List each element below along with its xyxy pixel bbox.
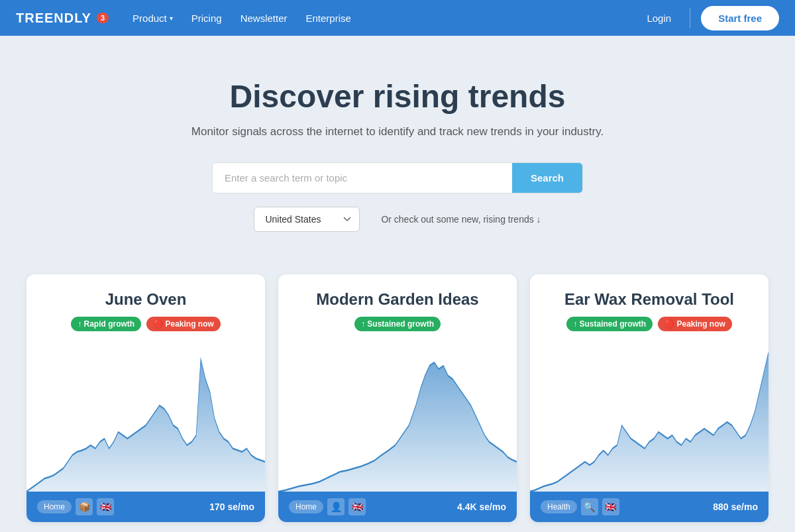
footer-icon: 🇬🇧 [97,498,114,515]
footer-stat: 170 se/mo [209,502,254,512]
cards-section: June Oven ↑ Rapid growth🔴 Peaking now Ho… [0,264,795,532]
footer-tags: Home 📦🇬🇧 [37,498,114,515]
navbar: TREENDLY 3 Product ▾ Pricing Newsletter … [0,0,795,36]
footer-category-tag: Home [289,500,323,513]
card-footer: Health 🔍🇬🇧 880 se/mo [530,492,768,522]
footer-category-tag: Health [541,500,577,513]
footer-icon: 🇬🇧 [602,498,619,515]
login-button[interactable]: Login [639,9,679,28]
footer-category-tag: Home [37,500,72,513]
trend-card[interactable]: Ear Wax Removal Tool ↑ Sustained growth🔴… [530,274,768,522]
card-badges: ↑ Sustained growth🔴 Peaking now [543,317,755,331]
card-chart [26,339,265,492]
search-input[interactable] [213,163,512,193]
search-box: Search [212,162,583,193]
card-chart [278,339,517,492]
card-title: Ear Wax Removal Tool [543,290,755,309]
card-badges: ↑ Sustained growth [292,317,504,331]
rising-trends-link: Or check out some new, rising trends ↓ [381,214,541,225]
footer-tags: Health 🔍🇬🇧 [541,498,619,515]
card-header: June Oven ↑ Rapid growth🔴 Peaking now [26,274,265,339]
logo-badge: 3 [97,13,109,23]
search-row: Search [16,162,779,193]
footer-icon: 🇬🇧 [348,498,366,515]
trend-card[interactable]: Modern Garden Ideas ↑ Sustained growth H… [278,274,517,522]
svg-marker-2 [530,352,768,492]
card-title: Modern Garden Ideas [292,290,504,309]
footer-icon: 🔍 [581,498,598,515]
nav-product[interactable]: Product ▾ [125,9,181,28]
navbar-right: Login Start free [639,6,779,30]
footer-icon: 👤 [327,498,344,515]
search-button[interactable]: Search [512,163,582,193]
logo: TREENDLY [16,11,91,26]
chevron-down-icon: ▾ [170,15,173,22]
footer-stat: 880 se/mo [713,502,758,512]
hero-subtitle: Monitor signals across the internet to i… [16,125,779,138]
card-header: Modern Garden Ideas ↑ Sustained growth [278,274,517,339]
card-badges: ↑ Rapid growth🔴 Peaking now [40,317,252,331]
card-title: June Oven [40,290,252,309]
hero-section: Discover rising trends Monitor signals a… [0,36,795,264]
badge: ↑ Sustained growth [354,317,441,331]
nav-newsletter[interactable]: Newsletter [233,9,295,28]
footer-icon: 📦 [76,498,93,515]
badge: 🔴 Peaking now [658,317,732,331]
trend-card[interactable]: June Oven ↑ Rapid growth🔴 Peaking now Ho… [26,274,265,522]
badge: 🔴 Peaking now [146,317,221,331]
badge: ↑ Rapid growth [71,317,141,331]
navbar-left: TREENDLY 3 Product ▾ Pricing Newsletter … [16,9,359,28]
card-header: Ear Wax Removal Tool ↑ Sustained growth🔴… [530,274,768,339]
filter-row: United States Or check out some new, ris… [16,207,779,232]
footer-tags: Home 👤🇬🇧 [289,498,366,515]
hero-title: Discover rising trends [16,78,779,115]
card-chart [530,339,768,492]
badge: ↑ Sustained growth [566,317,653,331]
country-select[interactable]: United States [254,207,360,232]
nav-enterprise[interactable]: Enterprise [298,9,359,28]
navbar-divider [690,8,690,28]
start-free-button[interactable]: Start free [701,6,779,30]
nav-links: Product ▾ Pricing Newsletter Enterprise [125,9,359,28]
card-footer: Home 👤🇬🇧 4.4K se/mo [278,492,517,522]
footer-stat: 4.4K se/mo [457,502,506,512]
cards-container: June Oven ↑ Rapid growth🔴 Peaking now Ho… [20,274,775,522]
nav-pricing[interactable]: Pricing [184,9,230,28]
card-footer: Home 📦🇬🇧 170 se/mo [26,492,265,522]
